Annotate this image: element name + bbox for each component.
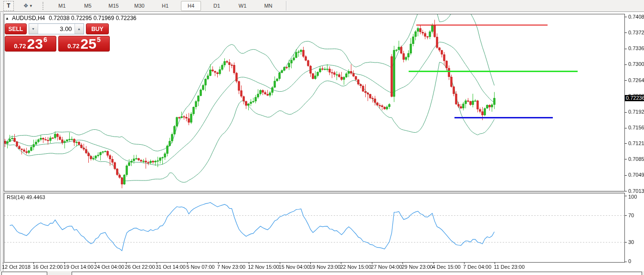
buy-price-prefix: 0.72 — [67, 42, 79, 50]
price-tick-label: 0.70130 — [628, 188, 644, 194]
time-axis-label: 7 Nov 23:00 — [217, 264, 245, 270]
rsi-level-label: 100 — [628, 194, 637, 200]
timeframe-button-m30[interactable]: M30 — [129, 1, 149, 11]
price-tick-label: 0.73000 — [628, 61, 644, 67]
time-axis-label: 22 Nov 15:00 — [340, 264, 371, 270]
timeframe-button-d1[interactable]: D1 — [207, 1, 227, 11]
time-axis-label: 19 Oct 14:00 — [63, 264, 94, 270]
time-axis-label: 24 Oct 04:00 — [94, 264, 124, 270]
toolbar-separator — [286, 1, 286, 11]
timeframe-button-h4[interactable]: H4 — [181, 1, 201, 11]
docked-panel-edge[interactable] — [72, 272, 642, 275]
one-click-trading-panel: SELL ▼ ▲ BUY 0.72 23 6 0.72 25 5 — [5, 23, 109, 52]
docked-panel-edge[interactable] — [1, 272, 47, 275]
panel-splitter[interactable] — [4, 191, 624, 193]
time-axis-label: 27 Nov 04:00 — [371, 264, 402, 270]
time-axis-label: 29 Nov 23:00 — [401, 264, 433, 270]
rsi-level-label: 0 — [628, 258, 631, 264]
volume-decrease-button[interactable]: ▼ — [29, 24, 38, 34]
buy-price-big: 25 — [81, 37, 96, 50]
rsi-level-label: 70 — [628, 212, 634, 218]
down-arrow-icon: ▼ — [32, 27, 35, 31]
time-axis-label: 12 Nov 15:00 — [248, 264, 279, 270]
arrows-tool-icon: ❖ — [23, 2, 29, 9]
mt4-chart-window: T ❖ ▾ M1M5M15M30H1H4D1W1MN ▲ AUDUSD,H4 0… — [0, 0, 644, 275]
volume-group: ▼ ▲ — [29, 23, 84, 34]
arrows-tool-button[interactable]: ❖ ▾ — [21, 1, 35, 11]
collapse-triangle-icon[interactable]: ▲ — [5, 16, 9, 21]
sell-button[interactable]: SELL — [5, 23, 27, 34]
time-axis-label: 15 Nov 04:00 — [279, 264, 310, 270]
one-click-top-row: SELL ▼ ▲ BUY — [5, 23, 109, 34]
chart-title: AUDUSD,H4 — [12, 15, 45, 21]
top-toolbar: T ❖ ▾ M1M5M15M30H1H4D1W1MN — [0, 0, 644, 12]
timeframe-button-mn[interactable]: MN — [258, 1, 278, 11]
rsi-indicator-label: RSI(14) 49.4463 — [7, 194, 45, 200]
timeframe-button-h1[interactable]: H1 — [155, 1, 175, 11]
buy-button[interactable]: BUY — [86, 23, 109, 34]
timeframe-button-m15[interactable]: M15 — [104, 1, 124, 11]
toolbar-grip[interactable] — [42, 2, 45, 10]
price-tick-label: 0.73720 — [628, 30, 644, 35]
dropdown-caret-icon: ▾ — [30, 3, 32, 8]
sell-price-big: 23 — [27, 37, 43, 50]
buy-price-box[interactable]: 0.72 25 5 — [58, 36, 110, 52]
sell-price-box[interactable]: 0.72 23 6 — [5, 36, 56, 52]
volume-increase-button[interactable]: ▲ — [74, 24, 84, 34]
price-tick-label: 0.71210 — [628, 140, 644, 146]
timeframe-button-w1[interactable]: W1 — [232, 1, 253, 11]
timeframe-button-m5[interactable]: M5 — [78, 1, 98, 11]
buy-price-sup: 5 — [97, 36, 101, 43]
bottom-strip — [0, 271, 644, 275]
time-axis-label: 5 Nov 07:00 — [186, 264, 214, 270]
time-axis-label: 16 Oct 22:00 — [32, 264, 63, 270]
price-tick-label: 0.71920 — [628, 109, 644, 115]
sell-price-prefix: 0.72 — [14, 42, 26, 50]
time-axis-label: 4 Dec 15:00 — [433, 264, 461, 270]
rsi-level-label: 30 — [628, 239, 634, 245]
price-tick-label: 0.70850 — [628, 156, 644, 162]
up-arrow-icon: ▲ — [77, 27, 81, 31]
symbol-header: ▲ AUDUSD,H4 0.72038 0.72295 0.71969 0.72… — [5, 15, 137, 21]
timeframe-button-group: M1M5M15M30H1H4D1W1MN — [49, 1, 281, 11]
price-tick-label: 0.73360 — [628, 45, 644, 51]
one-click-price-row: 0.72 23 6 0.72 25 5 — [5, 36, 109, 52]
price-tick-label: 0.74080 — [628, 14, 644, 20]
price-tick-label: 0.72640 — [628, 77, 644, 83]
price-tick-label: 0.70490 — [628, 172, 644, 178]
time-axis-label: 26 Oct 22:00 — [125, 264, 155, 270]
sell-price-sup: 6 — [43, 36, 47, 43]
timeframe-button-m1[interactable]: M1 — [52, 1, 72, 11]
time-axis-label: 12 Oct 2018 — [2, 264, 31, 270]
text-tool-button[interactable]: T — [3, 1, 14, 11]
time-axis-label: 11 Dec 23:00 — [494, 264, 525, 270]
time-axis-label: 19 Nov 23:00 — [309, 264, 340, 270]
last-price-tag: 0.72236 — [625, 95, 644, 101]
time-axis-label: 7 Dec 04:00 — [463, 264, 491, 270]
price-tick-label: 0.71560 — [628, 125, 644, 130]
volume-input[interactable] — [38, 24, 74, 34]
time-axis-label: 31 Oct 14:00 — [156, 264, 186, 270]
ohlc-values: 0.72038 0.72295 0.71969 0.72236 — [49, 15, 137, 21]
